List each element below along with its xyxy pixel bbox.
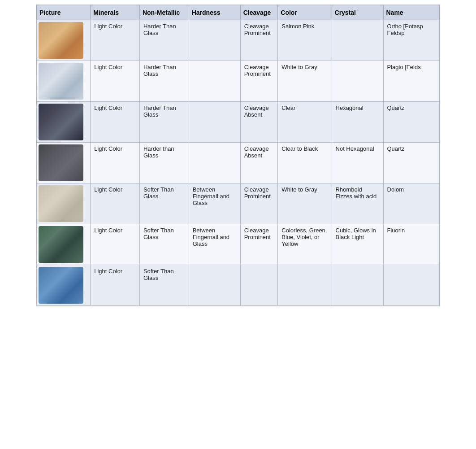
cell-color: Clear: [278, 102, 332, 143]
cell-cleavage: Cleavage Absent: [240, 143, 278, 183]
header-cleavage: Cleavage: [240, 5, 278, 20]
cell-crystal: Cubic, Glows in Black Light: [332, 224, 383, 265]
table-row: Light ColorSofter Than GlassBetween Fing…: [37, 224, 440, 265]
picture-cell: [37, 183, 91, 224]
cell-name: Fluorin: [383, 224, 440, 265]
mineral-image: [39, 144, 83, 181]
header-hardness: Hardness: [189, 5, 240, 20]
cell-minerals: Light Color: [91, 20, 140, 61]
picture-cell: [37, 143, 91, 183]
table-row: Light ColorHarder Than GlassCleavage Abs…: [37, 102, 440, 143]
header-picture: Picture: [37, 5, 91, 20]
cell-crystal: Not Hexagonal: [332, 143, 383, 183]
mineral-image: [39, 104, 83, 140]
table-row: Light ColorSofter Than GlassBetween Fing…: [37, 183, 440, 224]
cell-minerals: Light Color: [91, 102, 140, 143]
cell-hardness: [189, 20, 240, 61]
cell-color: Colorless, Green, Blue, Violet, or Yello…: [278, 224, 332, 265]
cell-minerals: Light Color: [91, 183, 140, 224]
cell-cleavage: Cleavage Prominent: [240, 183, 278, 224]
picture-cell: [37, 20, 91, 61]
header-name: Name: [383, 5, 440, 20]
header-minerals: Minerals: [91, 5, 140, 20]
cell-nonmetallic: Softer Than Glass: [139, 265, 189, 306]
cell-cleavage: Cleavage Prominent: [240, 224, 278, 265]
cell-nonmetallic: Harder Than Glass: [139, 20, 189, 61]
mineral-image: [39, 267, 83, 304]
cell-nonmetallic: Softer Than Glass: [139, 183, 189, 224]
cell-minerals: Light Color: [91, 265, 140, 306]
cell-nonmetallic: Softer Than Glass: [139, 224, 189, 265]
cell-crystal: Hexagonal: [332, 102, 383, 143]
cell-cleavage: Cleavage Prominent: [240, 61, 278, 102]
cell-nonmetallic: Harder than Glass: [139, 143, 189, 183]
cell-cleavage: Cleavage Absent: [240, 102, 278, 143]
cell-color: White to Gray: [278, 183, 332, 224]
header-color: Color: [278, 5, 332, 20]
header-nonmetallic: Non-Metallic: [139, 5, 189, 20]
table-row: Light ColorHarder than GlassCleavage Abs…: [37, 143, 440, 183]
cell-crystal: [332, 20, 383, 61]
cell-color: [278, 265, 332, 306]
cell-name: Dolom: [383, 183, 440, 224]
cell-color: Salmon Pink: [278, 20, 332, 61]
picture-cell: [37, 224, 91, 265]
cell-hardness: [189, 61, 240, 102]
cell-hardness: [189, 143, 240, 183]
cell-nonmetallic: Harder Than Glass: [139, 102, 189, 143]
cell-cleavage: Cleavage Prominent: [240, 20, 278, 61]
cell-hardness: Between Fingernail and Glass: [189, 224, 240, 265]
cell-cleavage: [240, 265, 278, 306]
cell-crystal: [332, 61, 383, 102]
cell-name: Plagio [Felds: [383, 61, 440, 102]
picture-cell: [37, 61, 91, 102]
cell-name: Quartz: [383, 102, 440, 143]
table-row: Light ColorHarder Than GlassCleavage Pro…: [37, 61, 440, 102]
cell-hardness: [189, 265, 240, 306]
minerals-table: Picture Minerals Non-Metallic Hardness C…: [36, 4, 440, 306]
cell-hardness: [189, 102, 240, 143]
table-row: Light ColorHarder Than GlassCleavage Pro…: [37, 20, 440, 61]
mineral-image: [39, 226, 83, 263]
mineral-image: [39, 185, 83, 222]
cell-minerals: Light Color: [91, 224, 140, 265]
cell-nonmetallic: Harder Than Glass: [139, 61, 189, 102]
cell-color: White to Gray: [278, 61, 332, 102]
cell-name: Ortho [Potasp Feldsp: [383, 20, 440, 61]
cell-minerals: Light Color: [91, 143, 140, 183]
cell-minerals: Light Color: [91, 61, 140, 102]
table-row: Light ColorSofter Than Glass: [37, 265, 440, 306]
mineral-image: [39, 63, 83, 100]
cell-hardness: Between Fingernail and Glass: [189, 183, 240, 224]
cell-color: Clear to Black: [278, 143, 332, 183]
mineral-image: [39, 22, 83, 59]
header-crystal: Crystal: [332, 5, 383, 20]
picture-cell: [37, 265, 91, 306]
cell-name: [383, 265, 440, 306]
cell-name: Quartz: [383, 143, 440, 183]
picture-cell: [37, 102, 91, 143]
cell-crystal: Rhomboid Fizzes with acid: [332, 183, 383, 224]
cell-crystal: [332, 265, 383, 306]
